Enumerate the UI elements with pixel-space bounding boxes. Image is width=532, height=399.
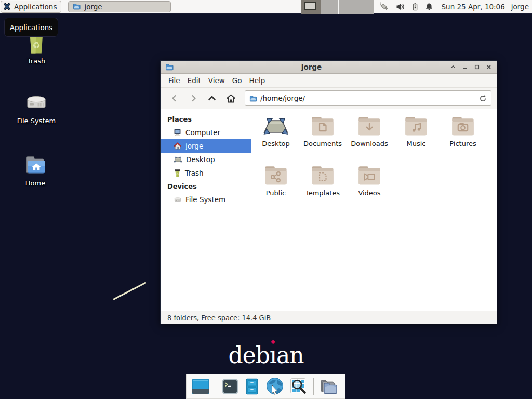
sidebar-item-jorge[interactable]: jorge (161, 139, 251, 153)
location-input[interactable] (260, 94, 476, 102)
file-list: Desktop Documents Downloads Music Pictur… (251, 109, 497, 311)
workspace-3[interactable] (339, 0, 356, 14)
menu-go[interactable]: Go (229, 74, 246, 87)
file-item-videos[interactable]: Videos (346, 165, 393, 214)
applications-icon (3, 2, 11, 11)
desktop-icon-home[interactable]: Home (7, 152, 64, 187)
show-desktop-icon[interactable] (191, 378, 210, 395)
workspace-2[interactable] (321, 0, 339, 14)
panel-username[interactable]: jorge (511, 3, 529, 11)
file-manager-window: jorge File Edit View Go Help Places (160, 60, 497, 324)
menu-file[interactable]: File (165, 74, 184, 87)
home-icon (225, 94, 236, 103)
volume-icon[interactable] (396, 3, 405, 11)
system-tray (379, 2, 433, 11)
menu-edit[interactable]: Edit (184, 74, 205, 87)
folder-music-icon (403, 115, 430, 138)
workspace-1[interactable] (301, 0, 321, 14)
back-button[interactable] (166, 90, 183, 106)
menu-view[interactable]: View (205, 74, 229, 87)
shade-button[interactable] (449, 63, 457, 71)
panel-grip-handle[interactable] (63, 3, 66, 10)
folder-downloads-icon (356, 115, 383, 138)
network-icon[interactable] (379, 2, 390, 11)
desktop-icon-label: File System (17, 117, 56, 125)
file-item-templates[interactable]: Templates (299, 165, 346, 214)
location-bar[interactable] (245, 90, 491, 106)
up-icon (207, 94, 217, 103)
home-button[interactable] (222, 90, 240, 106)
desktop-icon-label: Home (25, 179, 45, 187)
location-folder-icon (249, 95, 257, 102)
maximize-icon (474, 64, 480, 70)
home-folder-icon (23, 152, 48, 177)
desktop-icon-label: Trash (28, 57, 45, 65)
notifications-icon[interactable] (425, 3, 433, 11)
stray-line-artifact (113, 282, 146, 300)
directory-menu-icon[interactable] (320, 378, 338, 395)
sidebar-item-trash[interactable]: Trash (161, 166, 251, 180)
sidebar-item-file-system[interactable]: File System (161, 193, 251, 206)
close-icon (486, 64, 492, 70)
file-manager-icon[interactable] (244, 378, 260, 395)
shade-icon (450, 64, 456, 70)
file-item-documents[interactable]: Documents (299, 115, 346, 165)
desktop-icon (174, 156, 182, 164)
trash-icon (174, 169, 181, 177)
places-header: Places (161, 113, 251, 126)
applications-menu-label: Applications (14, 3, 57, 11)
file-item-pictures[interactable]: Pictures (440, 115, 486, 165)
top-panel: Applications jorge Sun 25 Apr, 10:06 jor… (0, 0, 532, 14)
file-item-public[interactable]: Public (252, 165, 299, 214)
folder-public-icon (262, 165, 289, 188)
minimize-button[interactable] (461, 63, 469, 71)
applications-menu-button[interactable]: Applications (1, 1, 61, 13)
web-browser-icon[interactable] (265, 377, 284, 396)
dock-separator (216, 378, 216, 395)
taskbar-window-button[interactable]: jorge (68, 1, 171, 12)
forward-icon (189, 94, 198, 103)
computer-icon (174, 128, 182, 137)
forward-button[interactable] (184, 90, 202, 106)
window-title: jorge (174, 63, 449, 71)
folder-templates-icon (309, 165, 336, 188)
devices-header: Devices (161, 180, 251, 193)
workspace-4[interactable] (356, 0, 374, 14)
hard-drive-icon (174, 195, 182, 204)
debian-logo-red-dot: ◆ (271, 338, 275, 345)
desktop-icon (262, 115, 289, 138)
dock (186, 374, 345, 399)
window-icon (165, 63, 174, 71)
status-text: 8 folders, Free space: 14.4 GiB (167, 314, 271, 322)
window-titlebar[interactable]: jorge (161, 61, 497, 74)
sidebar-item-computer[interactable]: Computer (161, 126, 251, 139)
status-bar: 8 folders, Free space: 14.4 GiB (161, 311, 497, 324)
file-item-music[interactable]: Music (393, 115, 440, 165)
debian-logo: debı◆an (214, 342, 318, 368)
file-item-downloads[interactable]: Downloads (346, 115, 393, 165)
folder-pictures-icon (449, 115, 476, 138)
file-item-desktop[interactable]: Desktop (252, 115, 299, 165)
taskbar-window-label: jorge (84, 3, 102, 11)
up-button[interactable] (203, 90, 221, 106)
panel-clock[interactable]: Sun 25 Apr, 10:06 (442, 3, 505, 11)
folder-videos-icon (356, 165, 383, 188)
hard-drive-icon (24, 89, 49, 114)
terminal-icon[interactable] (222, 379, 238, 394)
desktop-icon-file-system[interactable]: File System (8, 89, 65, 125)
places-sidebar: Places Computer jorge Desktop Trash Devi… (161, 109, 251, 311)
menu-help[interactable]: Help (246, 74, 269, 87)
app-finder-icon[interactable] (290, 378, 308, 395)
battery-icon[interactable] (411, 3, 419, 11)
minimize-icon (462, 64, 468, 70)
workspace-switcher (301, 0, 374, 14)
maximize-button[interactable] (473, 63, 481, 71)
dock-separator (313, 378, 314, 395)
reload-icon[interactable] (479, 95, 487, 102)
applications-tooltip-text: Applications (10, 23, 52, 32)
home-icon (174, 142, 182, 150)
sidebar-item-desktop[interactable]: Desktop (161, 153, 251, 166)
toolbar (161, 88, 497, 109)
taskbar-folder-icon (73, 3, 81, 10)
close-button[interactable] (485, 63, 493, 71)
